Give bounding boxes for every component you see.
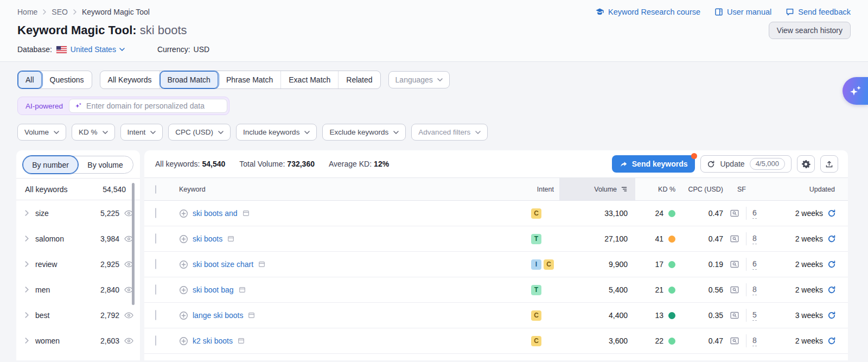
- export-button[interactable]: [820, 155, 838, 173]
- update-button[interactable]: Update 4/5,000: [700, 155, 792, 173]
- sf-count[interactable]: 5: [752, 310, 757, 321]
- by-volume-toggle[interactable]: By volume: [78, 156, 133, 173]
- serp-window-icon[interactable]: [247, 312, 256, 319]
- domain-input[interactable]: [86, 101, 222, 110]
- add-keyword-icon[interactable]: [179, 285, 188, 295]
- view-search-history-button[interactable]: View search history: [769, 22, 851, 39]
- volume-filter-dropdown[interactable]: Volume: [17, 124, 66, 141]
- serp-preview-icon[interactable]: [730, 234, 739, 243]
- intent-badge-commercial[interactable]: C: [531, 336, 541, 346]
- sf-column-header[interactable]: SF: [730, 186, 761, 193]
- refresh-icon[interactable]: [827, 260, 836, 269]
- sf-count[interactable]: 6: [752, 208, 757, 219]
- eye-icon[interactable]: [124, 312, 133, 319]
- intent-badge-informational[interactable]: I: [531, 259, 541, 270]
- intent-filter-dropdown[interactable]: Intent: [120, 124, 163, 141]
- tab-all[interactable]: All: [18, 71, 42, 88]
- row-checkbox[interactable]: [155, 259, 156, 269]
- exclude-keywords-dropdown[interactable]: Exclude keywords: [322, 124, 406, 141]
- sf-count[interactable]: 8: [752, 336, 757, 346]
- languages-dropdown[interactable]: Languages: [388, 71, 450, 88]
- sf-count[interactable]: 8: [752, 285, 757, 295]
- row-checkbox[interactable]: [155, 284, 156, 295]
- send-feedback-link[interactable]: Send feedback: [786, 8, 851, 16]
- group-item-best[interactable]: best 2,792: [16, 302, 140, 328]
- keyword-link[interactable]: ski boots and: [193, 209, 238, 218]
- ai-assistant-button[interactable]: [843, 77, 868, 105]
- refresh-icon[interactable]: [827, 209, 836, 218]
- cpc-column-header[interactable]: CPC (USD): [682, 186, 730, 193]
- keyword-link[interactable]: lange ski boots: [193, 311, 243, 320]
- group-item-women[interactable]: women 2,603: [16, 328, 140, 353]
- kd-filter-dropdown[interactable]: KD %: [72, 124, 115, 141]
- all-keywords-stat-label: All keywords:: [155, 160, 200, 168]
- by-number-toggle[interactable]: By number: [23, 156, 78, 174]
- volume-column-header[interactable]: Volume: [559, 178, 635, 200]
- serp-window-icon[interactable]: [238, 286, 246, 294]
- refresh-icon[interactable]: [827, 311, 836, 320]
- include-keywords-dropdown[interactable]: Include keywords: [236, 124, 317, 141]
- add-keyword-icon[interactable]: [179, 336, 188, 346]
- keyword-link[interactable]: ski boot bag: [193, 285, 234, 294]
- all-keywords-row[interactable]: All keywords 54,540: [16, 178, 140, 200]
- tab-related[interactable]: Related: [339, 71, 380, 88]
- table-settings-button[interactable]: [797, 155, 815, 173]
- kd-column-header[interactable]: KD %: [635, 186, 682, 193]
- row-checkbox[interactable]: [155, 335, 156, 346]
- keyword-link[interactable]: k2 ski boots: [193, 336, 233, 345]
- serp-preview-icon[interactable]: [730, 285, 739, 294]
- database-selector[interactable]: United States: [71, 45, 125, 54]
- serp-window-icon[interactable]: [258, 261, 266, 268]
- serp-window-icon[interactable]: [227, 235, 235, 243]
- tab-broad-match[interactable]: Broad Match: [160, 71, 219, 88]
- add-keyword-icon[interactable]: [179, 260, 188, 269]
- serp-preview-icon[interactable]: [730, 336, 739, 345]
- refresh-icon[interactable]: [827, 336, 836, 345]
- row-checkbox[interactable]: [155, 208, 156, 218]
- tab-exact-match[interactable]: Exact Match: [281, 71, 339, 88]
- intent-badge-commercial[interactable]: C: [531, 310, 541, 321]
- add-keyword-icon[interactable]: [179, 234, 188, 244]
- tab-questions[interactable]: Questions: [42, 71, 92, 88]
- add-keyword-icon[interactable]: [179, 209, 188, 218]
- sidebar-scrollbar[interactable]: [132, 183, 135, 305]
- row-checkbox[interactable]: [155, 233, 156, 244]
- breadcrumb-home[interactable]: Home: [17, 8, 37, 16]
- group-item-size[interactable]: size 5,225: [16, 200, 140, 226]
- sf-count[interactable]: 6: [752, 259, 757, 270]
- serp-preview-icon[interactable]: [730, 311, 739, 320]
- group-item-men[interactable]: men 2,840: [16, 277, 140, 302]
- eye-icon[interactable]: [124, 338, 133, 344]
- serp-preview-icon[interactable]: [730, 260, 739, 269]
- intent-badge-commercial[interactable]: C: [544, 259, 554, 270]
- cpc-filter-dropdown[interactable]: CPC (USD): [168, 124, 231, 141]
- serp-preview-icon[interactable]: [730, 209, 739, 218]
- add-keyword-icon[interactable]: [179, 311, 188, 320]
- user-manual-link[interactable]: User manual: [714, 8, 771, 16]
- send-keywords-button[interactable]: Send keywords: [612, 155, 695, 173]
- advanced-filters-dropdown[interactable]: Advanced filters: [411, 124, 488, 141]
- serp-window-icon[interactable]: [242, 209, 250, 217]
- intent-column-header[interactable]: Intent: [525, 186, 559, 193]
- group-item-review[interactable]: review 2,925: [16, 251, 140, 277]
- keyword-link[interactable]: ski boot size chart: [193, 260, 253, 269]
- tab-phrase-match[interactable]: Phrase Match: [219, 71, 281, 88]
- refresh-icon[interactable]: [827, 234, 836, 243]
- row-checkbox[interactable]: [155, 310, 156, 320]
- keyword-link[interactable]: ski boots: [193, 234, 222, 243]
- serp-window-icon[interactable]: [237, 337, 245, 345]
- intent-badge-transactional[interactable]: T: [531, 234, 541, 244]
- intent-badge-commercial[interactable]: C: [531, 208, 541, 219]
- intent-badge-transactional[interactable]: T: [531, 285, 541, 295]
- keyword-column-header[interactable]: Keyword: [179, 186, 525, 193]
- refresh-icon[interactable]: [827, 285, 836, 294]
- breadcrumb-seo[interactable]: SEO: [52, 8, 68, 16]
- select-all-checkbox[interactable]: [155, 185, 156, 194]
- tab-all-keywords[interactable]: All Keywords: [100, 71, 160, 88]
- group-item-salomon[interactable]: salomon 3,984: [16, 226, 140, 251]
- update-label: Update: [720, 160, 744, 168]
- updated-column-header[interactable]: Updated: [761, 186, 837, 193]
- sf-count[interactable]: 8: [752, 234, 757, 244]
- volume-value: 5,400: [559, 285, 635, 294]
- keyword-research-course-link[interactable]: Keyword Research course: [595, 8, 700, 16]
